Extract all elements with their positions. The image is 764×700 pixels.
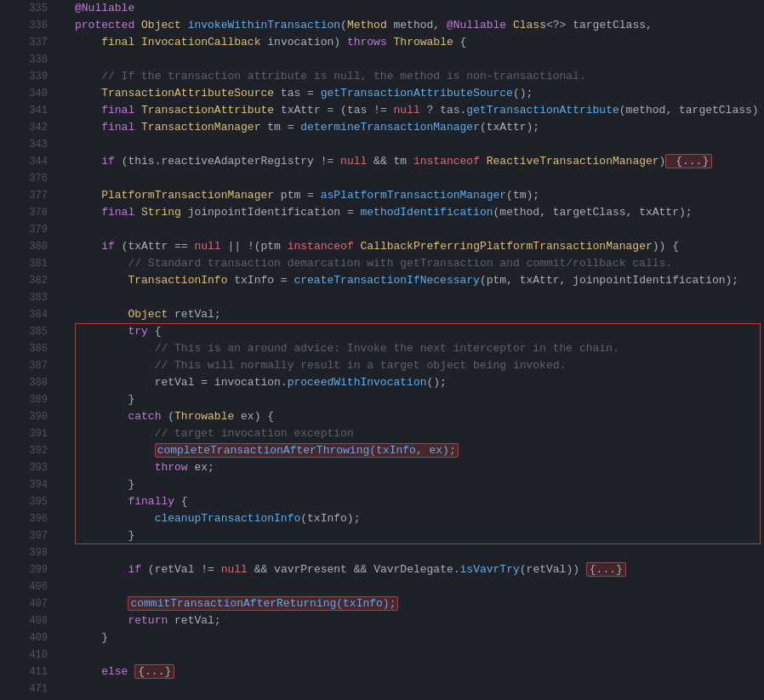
code-line: @Nullable <box>75 0 764 17</box>
code-line <box>75 170 764 187</box>
line-number: 387 <box>0 357 48 374</box>
line-number: 394 <box>0 476 48 493</box>
code-line: else {...} <box>75 663 764 680</box>
line-number: 390 <box>0 408 48 425</box>
line-number: 344 <box>0 153 48 170</box>
code-line: TransactionAttributeSource tas = getTran… <box>75 85 764 102</box>
line-number: 336 <box>0 17 48 34</box>
line-number: 381 <box>0 255 48 272</box>
line-number: 383 <box>0 289 48 306</box>
collapsed-block: {...} <box>665 154 712 168</box>
line-number: 380 <box>0 238 48 255</box>
line-number: 378 <box>0 204 48 221</box>
line-number: 377 <box>0 187 48 204</box>
code-line <box>75 136 764 153</box>
line-number: 409 <box>0 629 48 646</box>
line-number: 337 <box>0 34 48 51</box>
code-line: final TransactionManager tm = determineT… <box>75 119 764 136</box>
gutter <box>58 0 75 700</box>
code-line: try { <box>75 323 764 340</box>
line-number: 376 <box>0 170 48 187</box>
line-number: 393 <box>0 459 48 476</box>
code-line: catch (Throwable ex) { <box>75 408 764 425</box>
line-numbers: 3353363373383393403413423433443763773783… <box>0 0 58 700</box>
code-line <box>75 289 764 306</box>
line-number: 398 <box>0 544 48 561</box>
line-number: 391 <box>0 425 48 442</box>
code-line: Object retVal; <box>75 306 764 323</box>
line-number: 392 <box>0 442 48 459</box>
line-number: 341 <box>0 102 48 119</box>
line-number: 386 <box>0 340 48 357</box>
collapsed-block: {...} <box>586 562 626 577</box>
code-line: TransactionInfo txInfo = createTransacti… <box>75 272 764 289</box>
line-number: 411 <box>0 663 48 680</box>
code-line: final String joinpointIdentification = m… <box>75 204 764 221</box>
line-number: 335 <box>0 0 48 17</box>
highlighted-call: commitTransactionAfterReturning(txInfo); <box>128 596 398 611</box>
code-line: finally { <box>75 493 764 510</box>
code-line: PlatformTransactionManager ptm = asPlatf… <box>75 187 764 204</box>
line-number: 384 <box>0 306 48 323</box>
highlighted-call: completeTransactionAfterThrowing(txInfo,… <box>155 443 459 458</box>
code-line: if (txAttr == null || !(ptm instanceof C… <box>75 238 764 255</box>
line-number: 382 <box>0 272 48 289</box>
code-line <box>75 51 764 68</box>
code-line <box>75 578 764 595</box>
editor-wrapper: 3353363373383393403413423433443763773783… <box>0 0 764 700</box>
code-line: final TransactionAttribute txAttr = (tas… <box>75 102 764 119</box>
line-number: 343 <box>0 136 48 153</box>
code-line: final InvocationCallback invocation) thr… <box>75 34 764 51</box>
code-line <box>75 680 764 697</box>
code-line: cleanupTransactionInfo(txInfo); <box>75 510 764 527</box>
code-line: protected Object invokeWithinTransaction… <box>75 17 764 34</box>
code-line: if (this.reactiveAdapterRegistry != null… <box>75 153 764 170</box>
code-line: } <box>75 391 764 408</box>
code-line: // Standard transaction demarcation with… <box>75 255 764 272</box>
line-number: 339 <box>0 68 48 85</box>
code-line: if (retVal != null && vavrPresent && Vav… <box>75 561 764 578</box>
code-container: 3353363373383393403413423433443763773783… <box>0 0 764 700</box>
code-line: retVal = invocation.proceedWithInvocatio… <box>75 374 764 391</box>
line-number: 397 <box>0 527 48 544</box>
line-number: 388 <box>0 374 48 391</box>
code-line <box>75 646 764 663</box>
line-number: 379 <box>0 221 48 238</box>
line-number: 389 <box>0 391 48 408</box>
line-number: 340 <box>0 85 48 102</box>
code-line: return retVal; <box>75 612 764 629</box>
line-number: 406 <box>0 578 48 595</box>
line-number: 408 <box>0 612 48 629</box>
code-area[interactable]: @Nullableprotected Object invokeWithinTr… <box>75 0 764 700</box>
code-line: // If the transaction attribute is null,… <box>75 68 764 85</box>
code-line: // target invocation exception <box>75 425 764 442</box>
collapsed-block: {...} <box>134 664 174 679</box>
code-line <box>75 544 764 561</box>
code-line: throw ex; <box>75 459 764 476</box>
code-line: } <box>75 476 764 493</box>
line-number: 471 <box>0 680 48 697</box>
line-number: 396 <box>0 510 48 527</box>
line-number: 342 <box>0 119 48 136</box>
code-line: } <box>75 527 764 544</box>
code-line: completeTransactionAfterThrowing(txInfo,… <box>75 442 764 459</box>
code-line: // This is an around advice: Invoke the … <box>75 340 764 357</box>
line-number: 385 <box>0 323 48 340</box>
line-number: 399 <box>0 561 48 578</box>
line-number: 395 <box>0 493 48 510</box>
line-number: 407 <box>0 595 48 612</box>
code-line: } <box>75 629 764 646</box>
code-line: commitTransactionAfterReturning(txInfo); <box>75 595 764 612</box>
line-number: 338 <box>0 51 48 68</box>
code-line: // This will normally result in a target… <box>75 357 764 374</box>
code-line <box>75 221 764 238</box>
line-number: 410 <box>0 646 48 663</box>
